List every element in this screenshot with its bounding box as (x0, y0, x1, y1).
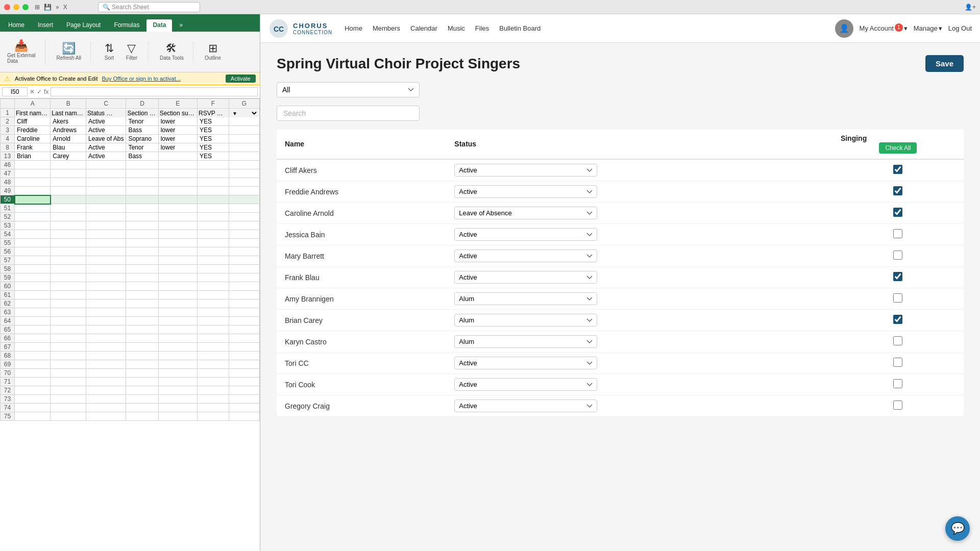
col-header-b[interactable]: B (51, 99, 86, 109)
cell-b13[interactable]: Carey (51, 152, 86, 161)
singer-status-select[interactable]: ActiveAlumLeave of AbsenceInactive (454, 228, 597, 241)
spreadsheet-container[interactable]: A B C D E F G 1 First name ▼ Last name ▼ (0, 98, 260, 551)
nav-home[interactable]: Home (345, 22, 362, 34)
filter-f[interactable]: ▼ (217, 110, 229, 117)
col-header-f[interactable]: F (198, 99, 229, 109)
cell-f13[interactable]: YES (198, 152, 229, 161)
nav-music[interactable]: Music (448, 22, 465, 34)
cell-b3[interactable]: Andrews (51, 126, 86, 135)
col-header-g[interactable]: G (229, 99, 259, 109)
cell-b4[interactable]: Arnold (51, 135, 86, 143)
cell-a13[interactable]: Brian (15, 152, 51, 161)
cell-d4[interactable]: Soprano (126, 135, 158, 143)
singer-singing-checkbox[interactable] (893, 251, 902, 260)
tab-home[interactable]: Home (2, 19, 31, 32)
cell-g13[interactable] (229, 152, 259, 161)
singer-status-select[interactable]: ActiveAlumLeave of AbsenceInactive (454, 249, 597, 262)
activate-link[interactable]: Buy Office or sign in to activat... (102, 76, 180, 82)
cell-d3[interactable]: Bass (126, 126, 158, 135)
formula-input[interactable] (51, 87, 258, 96)
avatar[interactable]: 👤 (835, 19, 853, 38)
cell-c4[interactable]: Leave of Abs (86, 135, 126, 143)
cell-g4[interactable] (229, 135, 259, 143)
singer-singing-checkbox[interactable] (893, 336, 902, 345)
ribbon-sort[interactable]: ⇅ Sort (99, 42, 119, 62)
nav-bulletin-board[interactable]: Bulletin Board (499, 22, 541, 34)
singer-singing-checkbox[interactable] (893, 358, 902, 367)
col-header-a[interactable]: A (15, 99, 51, 109)
cell-f8[interactable]: YES (198, 143, 229, 152)
close-btn[interactable] (4, 4, 10, 10)
nav-members[interactable]: Members (373, 22, 400, 34)
singer-singing-checkbox[interactable] (893, 400, 902, 410)
col-header-c[interactable]: C (86, 99, 126, 109)
cell-c2[interactable]: Active (86, 117, 126, 126)
ribbon-refresh-all[interactable]: 🔄 Refresh All (54, 42, 84, 62)
search-input[interactable] (277, 106, 420, 121)
cell-b2[interactable]: Akers (51, 117, 86, 126)
singer-singing-checkbox[interactable] (893, 229, 902, 238)
cell-e13[interactable] (158, 152, 197, 161)
col-header-e[interactable]: E (158, 99, 197, 109)
logout-btn[interactable]: Log Out (948, 24, 972, 32)
filter-b[interactable]: ▼ (82, 110, 86, 117)
singer-singing-checkbox[interactable] (893, 165, 902, 174)
cell-g3[interactable] (229, 126, 259, 135)
cell-f2[interactable]: YES (198, 117, 229, 126)
insert-function-icon[interactable]: fx (44, 88, 48, 95)
cell-f4[interactable]: YES (198, 135, 229, 143)
ribbon-tabs[interactable]: Home Insert Page Layout Formulas Data » (0, 14, 260, 32)
mac-window-controls[interactable] (4, 4, 29, 10)
filter-a[interactable]: ▼ (46, 110, 51, 117)
singer-singing-checkbox[interactable] (893, 315, 902, 324)
filter-e[interactable]: ▼ (193, 110, 198, 117)
check-all-button[interactable]: Check All (879, 142, 917, 154)
cell-f3[interactable]: YES (198, 126, 229, 135)
tab-more[interactable]: » (173, 19, 189, 32)
cancel-formula-icon[interactable]: ✕ (30, 88, 35, 95)
cell-e3[interactable]: lower (158, 126, 197, 135)
cell-a8[interactable]: Frank (15, 143, 51, 152)
status-filter-select[interactable]: All Active Alum Leave of Absence Inactiv… (277, 82, 420, 97)
singer-status-select[interactable]: ActiveAlumLeave of AbsenceInactive (454, 314, 597, 327)
singer-singing-checkbox[interactable] (893, 272, 902, 281)
filter-d[interactable]: ▼ (150, 110, 158, 117)
singer-status-select[interactable]: ActiveAlumLeave of AbsenceInactive (454, 271, 597, 284)
tab-insert[interactable]: Insert (32, 19, 59, 32)
singer-singing-checkbox[interactable] (893, 293, 902, 303)
cell-e2[interactable]: lower (158, 117, 197, 126)
cell-d13[interactable]: Bass (126, 152, 158, 161)
col-header-d[interactable]: D (126, 99, 158, 109)
activate-button[interactable]: Activate (226, 74, 256, 83)
singer-status-select[interactable]: ActiveAlumLeave of AbsenceInactive (454, 378, 597, 391)
ribbon-get-external-data[interactable]: 📥 Get ExternalData (4, 39, 39, 65)
save-button[interactable]: Save (925, 55, 964, 72)
singer-status-select[interactable]: ActiveAlumLeave of AbsenceInactive (454, 399, 597, 412)
singer-singing-checkbox[interactable] (893, 186, 902, 195)
cell-reference-input[interactable] (2, 87, 28, 96)
singer-status-select[interactable]: ActiveAlumLeave of AbsenceInactive (454, 185, 597, 198)
nav-files[interactable]: Files (475, 22, 489, 34)
singer-status-select[interactable]: ActiveAlumLeave of AbsenceInactive (454, 207, 597, 219)
cell-c8[interactable]: Active (86, 143, 126, 152)
chat-bubble[interactable]: 💬 (945, 516, 970, 541)
confirm-formula-icon[interactable]: ✓ (37, 88, 42, 95)
tab-page-layout[interactable]: Page Layout (60, 19, 107, 32)
maximize-btn[interactable] (22, 4, 29, 10)
singer-status-select[interactable]: ActiveAlumLeave of AbsenceInactive (454, 164, 597, 177)
cell-g2[interactable] (229, 117, 259, 126)
cell-a3[interactable]: Freddie (15, 126, 51, 135)
cell-d8[interactable]: Tenor (126, 143, 158, 152)
tab-formulas[interactable]: Formulas (108, 19, 145, 32)
cell-c3[interactable]: Active (86, 126, 126, 135)
cell-a2[interactable]: Cliff (15, 117, 51, 126)
cell-d2[interactable]: Tenor (126, 117, 158, 126)
filter-c[interactable]: ▼ (106, 110, 126, 117)
ribbon-outline[interactable]: ⊞ Outline (202, 42, 224, 62)
manage-btn[interactable]: Manage ▾ (914, 24, 942, 32)
mac-search-box[interactable]: 🔍 Search Sheet (98, 2, 200, 12)
tab-data[interactable]: Data (146, 19, 172, 32)
cell-a4[interactable]: Caroline (15, 135, 51, 143)
singer-status-select[interactable]: ActiveAlumLeave of AbsenceInactive (454, 335, 597, 348)
cell-e4[interactable]: lower (158, 135, 197, 143)
